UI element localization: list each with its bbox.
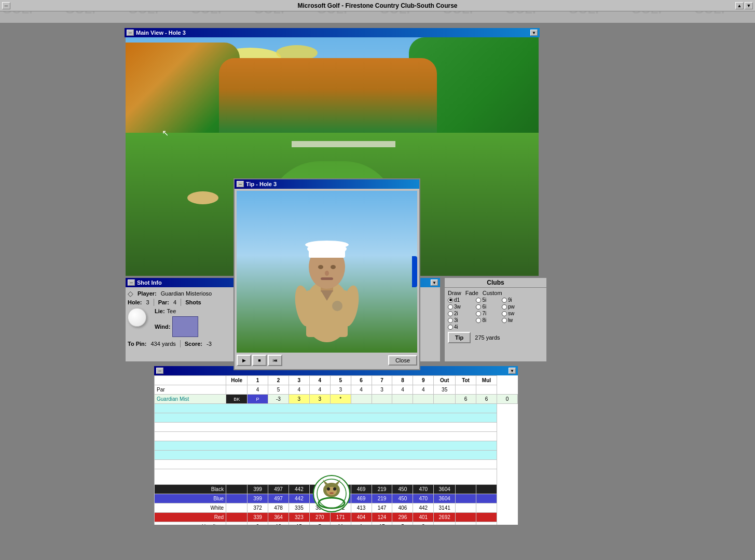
club-d1-radio[interactable] [448, 298, 453, 303]
bunker [187, 191, 218, 204]
par-8: 4 [392, 385, 413, 395]
title-up-button[interactable]: ▲ [735, 2, 744, 9]
club-pw-option[interactable]: pw [502, 304, 528, 310]
empty-row-1 [155, 404, 518, 413]
play-button[interactable]: ▶ [237, 355, 251, 366]
club-6i-option[interactable]: 6i [476, 304, 499, 310]
blue-1: 399 [248, 494, 268, 503]
club-8i-radio[interactable] [476, 318, 481, 323]
hole-header [155, 376, 226, 385]
player-label: Player: [138, 290, 157, 297]
mul-label: Mul [476, 376, 497, 385]
club-7i-label: 7i [482, 311, 486, 316]
player-score-6 [392, 395, 413, 404]
club-2i-radio[interactable] [448, 311, 453, 316]
par-6: 4 [351, 385, 372, 395]
black-2: 497 [268, 485, 289, 494]
white-label: White [155, 503, 226, 513]
shot-info-minimize[interactable]: ─ [128, 279, 135, 286]
club-distance: 275 yards [475, 334, 500, 341]
white-8: 406 [392, 503, 413, 513]
blue-out: 3604 [434, 494, 456, 503]
instructor-figure [275, 218, 379, 353]
lie-wind-block: Lie: Tee Wind: [155, 308, 198, 337]
svg-point-11 [331, 265, 336, 269]
red-out: 2692 [434, 513, 456, 522]
club-sw-option[interactable]: sw [502, 311, 528, 316]
divider2 [181, 299, 181, 306]
club-2i-option[interactable]: 2i [448, 311, 474, 316]
clubs-body: Draw Fade Custom d1 5i 9i [445, 288, 546, 345]
club-4i-option[interactable]: 4i [448, 324, 474, 330]
black-9: 470 [413, 485, 434, 494]
red-2: 364 [268, 513, 289, 522]
main-view-minimize[interactable]: ─ [127, 30, 134, 36]
tee-red-row: Red 339 364 323 270 171 404 124 296 401 … [155, 513, 518, 522]
player-name: Guardian Misterioso [161, 290, 212, 297]
blue-2: 497 [268, 494, 289, 503]
player-score-row: Guardian Mist BK P -3 3 3 * 6 6 0 [155, 395, 518, 404]
club-d1-option[interactable]: d1 [448, 297, 474, 303]
white-1: 372 [248, 503, 268, 513]
scorecard-scroll-down[interactable]: ▼ [509, 368, 516, 374]
svg-point-22 [327, 487, 330, 491]
blue-3: 442 [289, 494, 309, 503]
club-3i-option[interactable]: 3i [448, 317, 474, 323]
club-5i-radio[interactable] [476, 298, 481, 303]
player-name-cell: Guardian Mist [155, 395, 226, 404]
shot-info-scroll-down[interactable]: ▼ [431, 279, 438, 286]
club-9i-radio[interactable] [502, 298, 507, 303]
stop-button[interactable]: ■ [252, 355, 267, 366]
hole-1: 1 [248, 376, 268, 385]
app-title: Microsoft Golf - Firestone Country Club-… [298, 2, 458, 9]
black-8: 450 [392, 485, 413, 494]
app-title-bar: ─ Microsoft Golf - Firestone Country Clu… [0, 0, 755, 11]
cursor: ↖ [162, 128, 168, 138]
close-button[interactable]: Close [388, 355, 417, 366]
club-4i-radio[interactable] [448, 325, 453, 330]
title-left-button[interactable]: ─ [2, 2, 10, 9]
club-7i-option[interactable]: 7i [476, 311, 499, 316]
wind-field: Wind: [155, 316, 198, 337]
black-1: 399 [248, 485, 268, 494]
club-5i-option[interactable]: 5i [476, 297, 499, 303]
hole-label: Hole: [128, 299, 142, 305]
diamond-icon: ◇ [128, 289, 133, 298]
club-9i-option[interactable]: 9i [502, 297, 528, 303]
club-sw-radio[interactable] [502, 311, 507, 316]
empty-row-3 [155, 423, 518, 432]
club-3i-radio[interactable] [448, 318, 453, 323]
tip-button[interactable]: Tip [448, 332, 471, 343]
lie-field: Lie: Tee [155, 308, 198, 314]
club-6i-radio[interactable] [476, 304, 481, 310]
club-lw-radio[interactable] [502, 318, 507, 323]
club-lw-option[interactable]: lw [502, 317, 528, 323]
tip-title-text: Tip - Hole 3 [246, 181, 277, 187]
score-value: -3 [207, 341, 212, 347]
fade-label: Fade [465, 290, 478, 296]
club-7i-radio[interactable] [476, 311, 481, 316]
player-score-2: 3 [309, 395, 330, 404]
club-3w-radio[interactable] [448, 304, 453, 310]
club-3w-option[interactable]: 3w [448, 304, 474, 310]
empty-row-7 [155, 460, 518, 469]
empty-row-2 [155, 413, 518, 423]
main-container: ─ Main View - Hole 3 ▼ [0, 23, 755, 560]
hole-value: 3 [146, 299, 149, 305]
hcp-5: 11 [330, 522, 351, 525]
club-8i-option[interactable]: 8i [476, 317, 499, 323]
rewind-button[interactable]: ⏮ [268, 355, 282, 366]
club-pw-radio[interactable] [502, 304, 507, 310]
scorecard-minimize[interactable]: ─ [156, 368, 163, 374]
main-view-title-bar: ─ Main View - Hole 3 ▼ [125, 28, 540, 37]
hole-8: 8 [392, 376, 413, 385]
title-down-button[interactable]: ▼ [745, 2, 753, 9]
main-view-scroll-down[interactable]: ▼ [530, 30, 538, 36]
tip-minimize[interactable]: ─ [237, 181, 244, 187]
club-sw-label: sw [508, 311, 514, 316]
divider1 [154, 299, 154, 306]
club-logo-svg: 2 [312, 474, 351, 513]
hcp-3: 15 [289, 522, 309, 525]
club-pw-label: pw [508, 304, 515, 310]
clubs-title: Clubs [445, 278, 546, 288]
